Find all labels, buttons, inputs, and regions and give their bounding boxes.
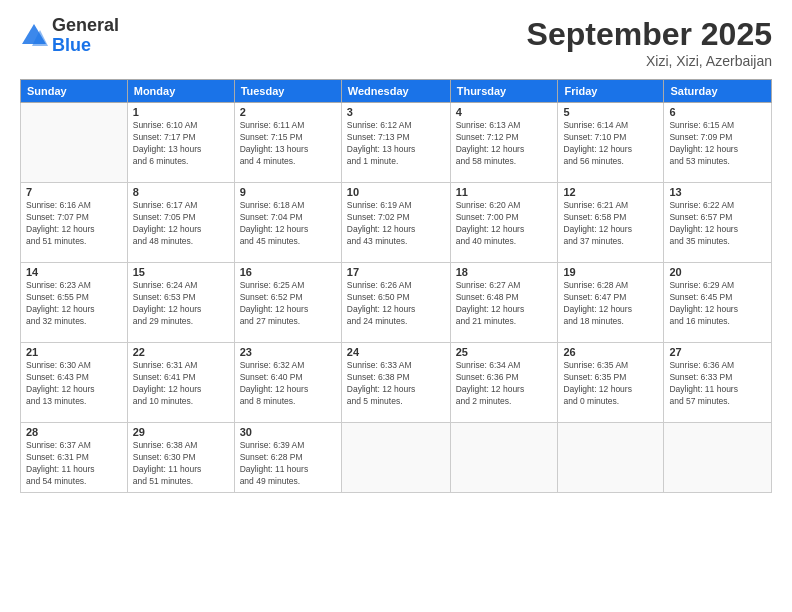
calendar-cell: 13Sunrise: 6:22 AMSunset: 6:57 PMDayligh…	[664, 183, 772, 263]
calendar-cell: 20Sunrise: 6:29 AMSunset: 6:45 PMDayligh…	[664, 263, 772, 343]
day-number: 25	[456, 346, 553, 358]
calendar-cell	[450, 423, 558, 493]
calendar-cell	[558, 423, 664, 493]
weekday-header: Saturday	[664, 80, 772, 103]
day-number: 28	[26, 426, 122, 438]
calendar-cell: 6Sunrise: 6:15 AMSunset: 7:09 PMDaylight…	[664, 103, 772, 183]
logo-blue: Blue	[52, 36, 119, 56]
day-info: Sunrise: 6:37 AMSunset: 6:31 PMDaylight:…	[26, 440, 122, 488]
calendar-cell: 4Sunrise: 6:13 AMSunset: 7:12 PMDaylight…	[450, 103, 558, 183]
calendar-cell: 16Sunrise: 6:25 AMSunset: 6:52 PMDayligh…	[234, 263, 341, 343]
calendar-week-row: 1Sunrise: 6:10 AMSunset: 7:17 PMDaylight…	[21, 103, 772, 183]
day-number: 22	[133, 346, 229, 358]
calendar-cell: 5Sunrise: 6:14 AMSunset: 7:10 PMDaylight…	[558, 103, 664, 183]
day-number: 5	[563, 106, 658, 118]
calendar-cell: 9Sunrise: 6:18 AMSunset: 7:04 PMDaylight…	[234, 183, 341, 263]
calendar-cell: 23Sunrise: 6:32 AMSunset: 6:40 PMDayligh…	[234, 343, 341, 423]
calendar-cell: 7Sunrise: 6:16 AMSunset: 7:07 PMDaylight…	[21, 183, 128, 263]
day-number: 14	[26, 266, 122, 278]
day-number: 19	[563, 266, 658, 278]
day-number: 6	[669, 106, 766, 118]
day-number: 9	[240, 186, 336, 198]
day-number: 27	[669, 346, 766, 358]
calendar-cell: 25Sunrise: 6:34 AMSunset: 6:36 PMDayligh…	[450, 343, 558, 423]
weekday-header: Wednesday	[341, 80, 450, 103]
logo-icon	[20, 22, 48, 50]
calendar-cell: 17Sunrise: 6:26 AMSunset: 6:50 PMDayligh…	[341, 263, 450, 343]
day-info: Sunrise: 6:33 AMSunset: 6:38 PMDaylight:…	[347, 360, 445, 408]
calendar-cell: 3Sunrise: 6:12 AMSunset: 7:13 PMDaylight…	[341, 103, 450, 183]
calendar-cell	[21, 103, 128, 183]
calendar-cell	[341, 423, 450, 493]
day-number: 23	[240, 346, 336, 358]
weekday-header: Friday	[558, 80, 664, 103]
day-number: 29	[133, 426, 229, 438]
calendar-cell: 29Sunrise: 6:38 AMSunset: 6:30 PMDayligh…	[127, 423, 234, 493]
day-info: Sunrise: 6:31 AMSunset: 6:41 PMDaylight:…	[133, 360, 229, 408]
day-number: 2	[240, 106, 336, 118]
weekday-header-row: SundayMondayTuesdayWednesdayThursdayFrid…	[21, 80, 772, 103]
day-info: Sunrise: 6:10 AMSunset: 7:17 PMDaylight:…	[133, 120, 229, 168]
day-info: Sunrise: 6:25 AMSunset: 6:52 PMDaylight:…	[240, 280, 336, 328]
calendar-cell: 27Sunrise: 6:36 AMSunset: 6:33 PMDayligh…	[664, 343, 772, 423]
day-number: 15	[133, 266, 229, 278]
calendar-cell: 1Sunrise: 6:10 AMSunset: 7:17 PMDaylight…	[127, 103, 234, 183]
day-info: Sunrise: 6:20 AMSunset: 7:00 PMDaylight:…	[456, 200, 553, 248]
day-number: 21	[26, 346, 122, 358]
day-number: 18	[456, 266, 553, 278]
calendar-week-row: 21Sunrise: 6:30 AMSunset: 6:43 PMDayligh…	[21, 343, 772, 423]
weekday-header: Sunday	[21, 80, 128, 103]
day-number: 7	[26, 186, 122, 198]
calendar-cell: 30Sunrise: 6:39 AMSunset: 6:28 PMDayligh…	[234, 423, 341, 493]
day-number: 3	[347, 106, 445, 118]
calendar-cell: 2Sunrise: 6:11 AMSunset: 7:15 PMDaylight…	[234, 103, 341, 183]
calendar-cell: 19Sunrise: 6:28 AMSunset: 6:47 PMDayligh…	[558, 263, 664, 343]
calendar-cell: 14Sunrise: 6:23 AMSunset: 6:55 PMDayligh…	[21, 263, 128, 343]
day-number: 1	[133, 106, 229, 118]
day-info: Sunrise: 6:15 AMSunset: 7:09 PMDaylight:…	[669, 120, 766, 168]
day-info: Sunrise: 6:19 AMSunset: 7:02 PMDaylight:…	[347, 200, 445, 248]
day-info: Sunrise: 6:17 AMSunset: 7:05 PMDaylight:…	[133, 200, 229, 248]
day-info: Sunrise: 6:26 AMSunset: 6:50 PMDaylight:…	[347, 280, 445, 328]
calendar: SundayMondayTuesdayWednesdayThursdayFrid…	[20, 79, 772, 493]
title-section: September 2025 Xizi, Xizi, Azerbaijan	[527, 16, 772, 69]
calendar-week-row: 7Sunrise: 6:16 AMSunset: 7:07 PMDaylight…	[21, 183, 772, 263]
day-number: 30	[240, 426, 336, 438]
day-info: Sunrise: 6:27 AMSunset: 6:48 PMDaylight:…	[456, 280, 553, 328]
day-number: 20	[669, 266, 766, 278]
calendar-cell: 28Sunrise: 6:37 AMSunset: 6:31 PMDayligh…	[21, 423, 128, 493]
day-number: 16	[240, 266, 336, 278]
calendar-cell	[664, 423, 772, 493]
day-info: Sunrise: 6:11 AMSunset: 7:15 PMDaylight:…	[240, 120, 336, 168]
logo-general: General	[52, 16, 119, 36]
day-info: Sunrise: 6:23 AMSunset: 6:55 PMDaylight:…	[26, 280, 122, 328]
day-info: Sunrise: 6:29 AMSunset: 6:45 PMDaylight:…	[669, 280, 766, 328]
calendar-cell: 10Sunrise: 6:19 AMSunset: 7:02 PMDayligh…	[341, 183, 450, 263]
day-info: Sunrise: 6:13 AMSunset: 7:12 PMDaylight:…	[456, 120, 553, 168]
day-info: Sunrise: 6:24 AMSunset: 6:53 PMDaylight:…	[133, 280, 229, 328]
day-info: Sunrise: 6:32 AMSunset: 6:40 PMDaylight:…	[240, 360, 336, 408]
calendar-cell: 12Sunrise: 6:21 AMSunset: 6:58 PMDayligh…	[558, 183, 664, 263]
weekday-header: Monday	[127, 80, 234, 103]
day-number: 8	[133, 186, 229, 198]
location: Xizi, Xizi, Azerbaijan	[527, 53, 772, 69]
day-number: 12	[563, 186, 658, 198]
day-info: Sunrise: 6:38 AMSunset: 6:30 PMDaylight:…	[133, 440, 229, 488]
calendar-cell: 22Sunrise: 6:31 AMSunset: 6:41 PMDayligh…	[127, 343, 234, 423]
logo-text: General Blue	[52, 16, 119, 56]
day-info: Sunrise: 6:28 AMSunset: 6:47 PMDaylight:…	[563, 280, 658, 328]
day-number: 4	[456, 106, 553, 118]
day-number: 26	[563, 346, 658, 358]
weekday-header: Thursday	[450, 80, 558, 103]
calendar-cell: 21Sunrise: 6:30 AMSunset: 6:43 PMDayligh…	[21, 343, 128, 423]
day-info: Sunrise: 6:12 AMSunset: 7:13 PMDaylight:…	[347, 120, 445, 168]
day-info: Sunrise: 6:35 AMSunset: 6:35 PMDaylight:…	[563, 360, 658, 408]
weekday-header: Tuesday	[234, 80, 341, 103]
day-info: Sunrise: 6:16 AMSunset: 7:07 PMDaylight:…	[26, 200, 122, 248]
day-info: Sunrise: 6:30 AMSunset: 6:43 PMDaylight:…	[26, 360, 122, 408]
day-info: Sunrise: 6:36 AMSunset: 6:33 PMDaylight:…	[669, 360, 766, 408]
calendar-cell: 26Sunrise: 6:35 AMSunset: 6:35 PMDayligh…	[558, 343, 664, 423]
header: General Blue September 2025 Xizi, Xizi, …	[20, 16, 772, 69]
day-info: Sunrise: 6:39 AMSunset: 6:28 PMDaylight:…	[240, 440, 336, 488]
day-number: 11	[456, 186, 553, 198]
